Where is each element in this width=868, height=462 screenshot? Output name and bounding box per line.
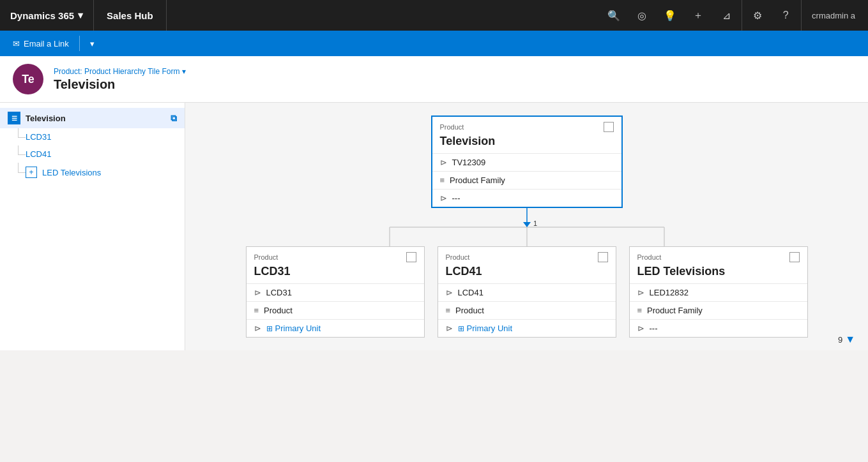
page-count: 9 xyxy=(838,335,842,345)
tile-lcd41-header: Product xyxy=(438,247,616,264)
tile-lcd41-row1: ⊳ LCD41 xyxy=(438,283,616,301)
tile-lcd31-name: LCD31 xyxy=(247,264,424,283)
main-tile-checkbox[interactable] xyxy=(604,122,614,132)
record-title-area: Product: Product Hierarchy Tile Form ▾ T… xyxy=(54,67,186,92)
tile-lcd31-row2: ≡ Product xyxy=(247,301,424,319)
tag-icon: ⊳ xyxy=(254,324,261,333)
chevron-down-icon: ▾ xyxy=(90,39,95,48)
connector-svg: 1 xyxy=(297,208,757,246)
tree-line xyxy=(18,172,26,173)
tree-line xyxy=(18,137,26,138)
sidebar-child-label: LCD31 xyxy=(26,132,51,142)
top-navigation: Dynamics 365 ▾ Sales Hub 🔍 ◎ 💡 ＋ ⊿ ⚙ ? c… xyxy=(0,0,868,31)
tile-lcd41-name: LCD41 xyxy=(438,264,616,283)
tag-icon: ⊳ xyxy=(446,324,453,333)
tag-icon: ⊳ xyxy=(440,158,447,167)
main-tile-row1: ⊳ TV12309 xyxy=(432,153,621,171)
children-row: Product LCD31 ⊳ LCD31 ≡ Product ⊳ ⊞ Prim… xyxy=(198,246,855,338)
tile-lcd31-header: Product xyxy=(247,247,424,264)
tile-led-televisions[interactable]: Product LED Televisions ⊳ LED12832 ≡ Pro… xyxy=(629,246,808,338)
pagination-arrow[interactable]: ▼ xyxy=(845,334,855,345)
list-icon: ≡ xyxy=(637,306,643,315)
list-icon: ≡ xyxy=(440,175,445,185)
sub-nav-chevron-button[interactable]: ▾ xyxy=(85,36,100,51)
app-name: Sales Hub xyxy=(94,0,167,31)
list-icon: ≡ xyxy=(254,306,259,315)
primary-unit-link-lcd41[interactable]: ⊞ Primary Unit xyxy=(458,324,513,333)
tag-icon: ⊳ xyxy=(637,324,644,333)
sidebar-child-label: LCD41 xyxy=(26,149,51,159)
pagination: 9 ▼ xyxy=(838,334,855,345)
tile-lcd31-row1: ⊳ LCD31 xyxy=(247,283,424,301)
tile-led-header: Product xyxy=(630,247,807,264)
record-name: Television xyxy=(54,77,186,92)
link-icon: ⊞ xyxy=(458,324,464,333)
tile-led-row1: ⊳ LED12832 xyxy=(630,283,807,301)
record-header: Te Product: Product Hierarchy Tile Form … xyxy=(0,56,868,103)
sub-nav-divider xyxy=(79,36,80,51)
email-icon: ✉ xyxy=(13,39,20,48)
tile-led-row2: ≡ Product Family xyxy=(630,301,807,319)
filter-icon[interactable]: ⊿ xyxy=(713,0,739,31)
tile-led-name: LED Televisions xyxy=(630,264,807,283)
lightbulb-icon[interactable]: 💡 xyxy=(657,0,683,31)
tag-icon: ⊳ xyxy=(637,288,644,297)
avatar: Te xyxy=(13,64,43,94)
sidebar-item-led-televisions[interactable]: + LED Televisions xyxy=(0,163,185,182)
brand-button[interactable]: Dynamics 365 ▾ xyxy=(0,0,94,31)
email-link-button[interactable]: ✉ Email a Link xyxy=(8,36,74,51)
tile-lcd41-checkbox[interactable] xyxy=(598,252,608,262)
main-tile-row2: ≡ Product Family xyxy=(432,171,621,189)
target-icon[interactable]: ◎ xyxy=(629,0,655,31)
tile-led-row3: ⊳ --- xyxy=(630,319,807,337)
tile-lcd31-row3[interactable]: ⊳ ⊞ Primary Unit xyxy=(247,319,424,337)
content-area: ☰ Television ⧉ LCD31 LCD41 + xyxy=(0,103,868,350)
tree-root-icon: ☰ xyxy=(8,112,20,124)
tag-icon: ⊳ xyxy=(254,288,261,297)
main-tile-header: Product xyxy=(432,117,621,133)
tag-icon: ⊳ xyxy=(446,288,453,297)
svg-marker-2 xyxy=(523,222,531,227)
tile-led-checkbox[interactable] xyxy=(789,252,800,262)
form-label[interactable]: Product: Product Hierarchy Tile Form ▾ xyxy=(54,67,186,76)
main-tile-row3: ⊳ --- xyxy=(432,189,621,207)
sidebar-item-lcd31[interactable]: LCD31 xyxy=(0,128,185,145)
brand-chevron: ▾ xyxy=(78,10,83,21)
tile-lcd41[interactable]: Product LCD41 ⊳ LCD41 ≡ Product ⊳ ⊞ Prim… xyxy=(438,246,616,338)
tile-lcd41-row3[interactable]: ⊳ ⊞ Primary Unit xyxy=(438,319,616,337)
diagram-area: Product Television ⊳ TV12309 ≡ Product F… xyxy=(185,103,868,350)
brand-label: Dynamics 365 xyxy=(10,10,74,21)
plus-icon[interactable]: ＋ xyxy=(685,0,711,31)
top-nav-icons: 🔍 ◎ 💡 ＋ ⊿ ⚙ ? crmadmin a xyxy=(601,0,868,31)
nav-separator-2 xyxy=(801,0,802,31)
sidebar-root-label: Television xyxy=(26,114,66,123)
tree-line xyxy=(18,154,26,155)
expand-icon[interactable]: + xyxy=(26,167,37,178)
tag-icon-2: ⊳ xyxy=(440,193,447,203)
main-tile[interactable]: Product Television ⊳ TV12309 ≡ Product F… xyxy=(431,116,623,208)
external-link-icon[interactable]: ⧉ xyxy=(171,113,177,124)
nav-separator xyxy=(742,0,742,31)
list-icon: ≡ xyxy=(446,306,451,315)
form-label-chevron: ▾ xyxy=(182,67,186,76)
primary-unit-link-lcd31[interactable]: ⊞ Primary Unit xyxy=(266,324,321,333)
tile-lcd31-checkbox[interactable] xyxy=(406,252,416,262)
sidebar-child-label: LED Televisions xyxy=(42,168,101,177)
help-icon[interactable]: ? xyxy=(773,0,798,31)
sidebar: ☰ Television ⧉ LCD31 LCD41 + xyxy=(0,103,185,350)
search-icon[interactable]: 🔍 xyxy=(601,0,627,31)
tile-lcd41-row2: ≡ Product xyxy=(438,301,616,319)
sub-navigation: ✉ Email a Link ▾ xyxy=(0,31,868,56)
main-tile-name: Television xyxy=(432,133,621,153)
svg-text:1: 1 xyxy=(533,220,537,227)
sidebar-item-television[interactable]: ☰ Television ⧉ xyxy=(0,108,185,128)
tile-lcd31[interactable]: Product LCD31 ⊳ LCD31 ≡ Product ⊳ ⊞ Prim… xyxy=(246,246,425,338)
user-label[interactable]: crmadmin a xyxy=(804,11,863,20)
link-icon: ⊞ xyxy=(266,324,273,333)
gear-icon[interactable]: ⚙ xyxy=(745,0,770,31)
sidebar-item-lcd41[interactable]: LCD41 xyxy=(0,145,185,163)
